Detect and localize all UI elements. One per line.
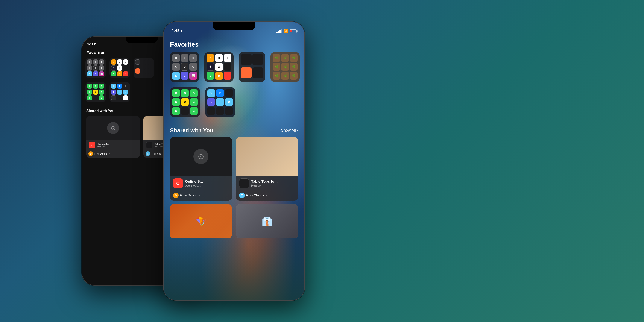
front-card-sender-2[interactable]: C From Chance › [236,191,298,201]
app-icon: 🌿 [281,54,289,62]
card-preview-1: ⊙ [86,116,140,140]
sender-label-2: From Cha [152,153,161,155]
app-icon: U [93,90,98,95]
app-icon: F [117,84,122,89]
folder-1[interactable]: ⊙ ⊙ ⊙ C ⊘ C E C 📊 [86,58,106,78]
app-icon [144,68,150,74]
app-icon: 🌿 [290,72,298,80]
app-icon: 🌿 [281,72,289,80]
app-icon: G [93,84,98,89]
card-text-1: Online S... overstock.... [98,143,138,148]
status-time-group: 4:48 ▶ [87,42,96,45]
front-folder-4[interactable]: 🌿 🌿 🌿 🌿 🌿 🌿 🌿 🌿 🌿 [270,52,300,82]
app-icon: F [216,89,224,97]
front-card-app-icon-1: O [173,178,183,188]
app-icon: A [111,60,116,64]
app-icon: ✳ [111,84,116,89]
app-icon [181,107,189,115]
front-shared-card-1[interactable]: ⊙ O Online S... overstock.... [170,137,232,201]
front-bottom-card-2[interactable]: 👔 [236,204,298,238]
front-folder-6[interactable]: ✳ F I L U [205,87,235,117]
sender-avatar-1: D [88,151,93,156]
front-folder-5[interactable]: G G G G U G G G [170,87,200,117]
front-sender-label-2: From Chance [246,194,264,197]
app-icon [241,54,252,65]
app-icon: G [99,95,104,100]
show-all-chevron: › [297,128,298,133]
shared-card-1[interactable]: ⊙ O Online S... overstock.... [86,116,140,158]
app-icon: ✳ [111,66,116,71]
app-icon [117,90,122,95]
app-icon: L [207,98,215,106]
app-icon: U [123,90,128,95]
folder-4[interactable]: G G G G U G G G [86,82,106,102]
folder-3[interactable]: · I [134,58,154,78]
front-folder-2[interactable]: A C C ✳ A E B P [204,52,234,82]
app-icon: 🌿 [273,72,280,80]
front-notch [212,22,256,30]
app-icon: G [99,90,104,95]
app-icon: ⊘ [181,63,188,71]
front-status-time: 4:49 ▶ [171,28,183,33]
app-icon [93,95,98,100]
app-icon: C [117,60,122,64]
front-bottom-card-1[interactable]: 🪁 [170,204,232,238]
front-card-sender-1[interactable]: D From Darling › [170,191,232,201]
front-card-text-1: Online S... overstock.... [185,180,229,187]
time-display: 4:48 [87,42,93,45]
front-card-domain-2: ikea.com [251,184,295,187]
app-icon: C [181,72,188,80]
front-card-preview-2 [236,137,298,176]
folder-2[interactable]: A C C ✳ A E B P [110,58,130,78]
app-icon: C [215,54,223,62]
app-icon: C [93,71,98,76]
sender-label-1: From Darling [94,153,108,155]
front-folder-1[interactable]: ⊙ ⊙ ⊙ C ⊘ C E C 📊 [170,52,199,82]
app-icon: G [87,90,92,95]
front-shared-card-2[interactable]: Table Tops for... ikea.com C From Chance… [236,137,298,201]
front-card-preview-1: ⊙ [170,137,232,176]
app-icon: 📊 [189,72,197,80]
app-icon: E [172,72,180,80]
front-phone-content: Favorites ⊙ ⊙ ⊙ C ⊘ C E C 📊 [164,35,304,300]
app-icon: ✳ [206,63,214,71]
front-time-display: 4:49 [171,28,180,33]
front-favorites-title: Favorites [164,35,304,52]
app-icon [117,95,122,100]
app-icon: 🌿 [281,63,289,71]
app-icon: G [172,89,180,97]
app-icon: P [224,72,232,80]
signal-bar-4 [281,29,282,33]
card-sender-1[interactable]: D From Darling › [86,150,140,158]
front-folder-3[interactable]: I [239,52,265,82]
app-icon: 🌿 [273,54,280,62]
app-icon: B [215,72,223,80]
app-icon: G [172,98,180,106]
app-icon: G [87,84,92,89]
app-icon: A [206,54,214,62]
front-shared-header: Shared with You Show All › [170,127,298,134]
app-icon [224,63,232,71]
show-all-label: Show All [281,128,296,133]
front-compass-icon: ⊙ [194,149,208,164]
app-icon: G [87,95,92,100]
app-icon: 📊 [99,71,104,76]
app-icon: P [123,71,128,76]
app-icon: G [99,84,104,89]
app-icon: 🌿 [273,63,280,71]
front-folders-row-1: ⊙ ⊙ ⊙ C ⊘ C E C 📊 A C C [164,52,304,87]
app-icon: 🌿 [290,63,298,71]
front-folders-row-2: G G G G U G G G ✳ F I [164,87,304,122]
app-icon: ✳ [207,89,215,97]
app-icon: ⊙ [93,60,98,64]
scene: 4:48 ▶ WiFi Fa [0,0,644,322]
app-icon: G [190,107,198,115]
folder-5[interactable]: ✳ F I L U · [110,82,130,102]
app-icon: ⊙ [87,60,92,64]
signal-bar-3 [280,30,280,33]
notch [126,37,158,43]
shared-title: Shared with You [86,109,115,113]
app-icon [123,95,128,100]
app-icon: G [172,107,180,115]
show-all-button[interactable]: Show All › [281,128,298,133]
